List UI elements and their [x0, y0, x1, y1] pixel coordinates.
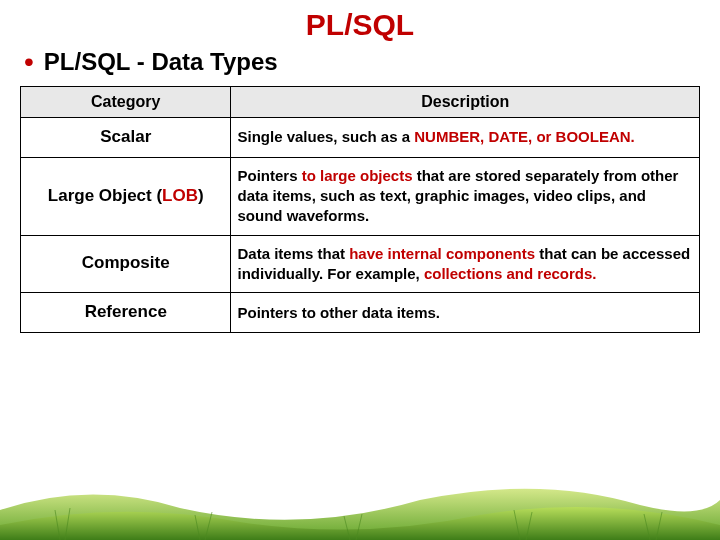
cat-text: Scalar: [100, 127, 151, 146]
description-cell: Data items that have internal components…: [231, 235, 700, 293]
description-cell: Pointers to other data items.: [231, 293, 700, 333]
cat-text: Composite: [82, 253, 170, 272]
desc-text: Single values, such as a: [237, 128, 414, 145]
table-row: Reference Pointers to other data items.: [21, 293, 700, 333]
svg-line-4: [344, 516, 350, 540]
category-cell: Scalar: [21, 118, 231, 158]
table-row: Scalar Single values, such as a NUMBER, …: [21, 118, 700, 158]
svg-line-8: [644, 514, 650, 540]
desc-red: have internal components: [349, 245, 535, 262]
svg-line-0: [55, 510, 60, 540]
subtitle: PL/SQL - Data Types: [44, 48, 278, 76]
description-cell: Single values, such as a NUMBER, DATE, o…: [231, 118, 700, 158]
table-row: Composite Data items that have internal …: [21, 235, 700, 293]
category-cell: Large Object (LOB): [21, 157, 231, 235]
grass-decoration: [0, 470, 720, 540]
subtitle-row: • PL/SQL - Data Types: [20, 48, 700, 76]
data-types-table: Category Description Scalar Single value…: [20, 86, 700, 333]
desc-text: Pointers: [237, 167, 301, 184]
cat-text: Large Object (: [48, 186, 162, 205]
cat-text: Reference: [85, 302, 167, 321]
svg-line-5: [356, 514, 362, 540]
desc-text: Pointers to other data items.: [237, 304, 440, 321]
slide: PL/SQL • PL/SQL - Data Types Category De…: [0, 0, 720, 540]
bullet-icon: •: [24, 48, 34, 76]
category-cell: Composite: [21, 235, 231, 293]
svg-line-9: [656, 512, 662, 540]
svg-line-1: [65, 508, 70, 540]
svg-line-2: [195, 515, 200, 540]
desc-text: Data items that: [237, 245, 349, 262]
header-category: Category: [21, 87, 231, 118]
header-description: Description: [231, 87, 700, 118]
desc-red: collections and records.: [424, 265, 597, 282]
table-header-row: Category Description: [21, 87, 700, 118]
category-cell: Reference: [21, 293, 231, 333]
svg-line-7: [526, 512, 532, 540]
page-title: PL/SQL: [20, 8, 700, 42]
cat-red: LOB: [162, 186, 198, 205]
desc-red: to large objects: [302, 167, 413, 184]
table-row: Large Object (LOB) Pointers to large obj…: [21, 157, 700, 235]
desc-red: NUMBER, DATE, or BOOLEAN.: [414, 128, 635, 145]
description-cell: Pointers to large objects that are store…: [231, 157, 700, 235]
cat-text: ): [198, 186, 204, 205]
svg-line-3: [205, 512, 212, 540]
svg-line-6: [514, 510, 520, 540]
